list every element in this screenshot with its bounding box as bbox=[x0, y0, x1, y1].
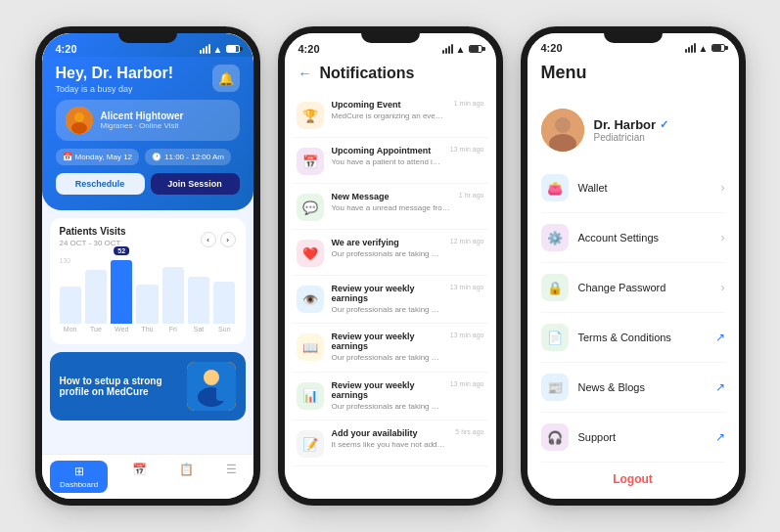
support-icon: 🎧 bbox=[541, 423, 569, 451]
password-arrow: › bbox=[721, 281, 725, 294]
phone-notifications: 4:20 ▲ ← Notifications � bbox=[278, 26, 503, 506]
notif-desc-6: Our professionals are taking a look at y… bbox=[332, 402, 442, 412]
notif-item-1[interactable]: 📅 Upcoming Appointment You have a patien… bbox=[293, 138, 488, 184]
chart-next-btn[interactable]: › bbox=[220, 232, 236, 247]
menu-nav-icon: ☰ bbox=[226, 463, 237, 476]
notif-item-3[interactable]: ❤️ We are verifying Our professionals ar… bbox=[293, 230, 488, 276]
notif-item-5[interactable]: 📖 Review your weekly earnings Our profes… bbox=[293, 324, 488, 372]
support-label: Support bbox=[578, 431, 706, 443]
notif-desc-0: MedCure is organizing an event for all m… bbox=[332, 111, 446, 121]
patient-detail: Migranes · Online Visit bbox=[101, 121, 184, 130]
notif-time-3: 12 min ago bbox=[450, 238, 484, 244]
chart-prev-btn[interactable]: ‹ bbox=[201, 232, 216, 247]
chart-area: Mon Tue 52 Wed Thu bbox=[60, 268, 236, 336]
chart-section: Patients Visits 24 OCT - 30 OCT ‹ › 130 … bbox=[50, 218, 246, 344]
chart-bar-mon: Mon bbox=[60, 287, 81, 332]
news-icon: 📰 bbox=[541, 374, 569, 401]
notif-icon-7: 📝 bbox=[297, 430, 324, 458]
notif-title-3: We are verifying bbox=[332, 238, 442, 247]
calendar-nav-icon: 📅 bbox=[132, 463, 147, 476]
notif-time-4: 13 min ago bbox=[450, 284, 484, 290]
notif-time-0: 1 min ago bbox=[454, 100, 484, 107]
status-icons-2: ▲ bbox=[442, 44, 482, 55]
status-icons-3: ▲ bbox=[685, 43, 725, 54]
patient-info: Alicent Hightower Migranes · Online Visi… bbox=[101, 111, 184, 130]
nav-item-menu[interactable]: ☰ bbox=[218, 461, 245, 493]
svg-point-1 bbox=[74, 112, 84, 122]
notif-desc-7: It seems like you have not added your av… bbox=[332, 440, 448, 450]
notif-icon-2: 💬 bbox=[297, 194, 324, 221]
notif-time-6: 13 min ago bbox=[450, 380, 484, 387]
action-buttons: Reschedule Join Session bbox=[56, 173, 240, 195]
notif-item-6[interactable]: 📊 Review your weekly earnings Our profes… bbox=[293, 373, 488, 421]
menu-item-change-password[interactable]: 🔒 Change Password › bbox=[541, 263, 725, 313]
verified-badge: ✓ bbox=[660, 118, 668, 131]
profile-info: Dr. Harbor ✓ Pediatrician bbox=[594, 117, 669, 143]
notif-desc-5: Our professionals are taking a look at y… bbox=[332, 353, 442, 363]
notif-icon-6: 📊 bbox=[297, 382, 324, 410]
back-button[interactable]: ← bbox=[298, 66, 312, 81]
notif-item-4[interactable]: 👁️ Review your weekly earnings Our profe… bbox=[293, 276, 488, 324]
terms-icon: 📄 bbox=[541, 324, 569, 351]
reschedule-button[interactable]: Reschedule bbox=[56, 173, 145, 195]
page-title-notifications: Notifications bbox=[320, 65, 415, 82]
profile-section: Dr. Harbor ✓ Pediatrician bbox=[528, 103, 739, 163]
terms-arrow: ↗ bbox=[715, 331, 725, 344]
notif-item-2[interactable]: 💬 New Message You have a unread message … bbox=[293, 184, 488, 230]
notif-content-1: Upcoming Appointment You have a patient … bbox=[332, 146, 442, 167]
status-time-2: 4:20 bbox=[298, 43, 320, 55]
blog-image bbox=[187, 362, 236, 411]
svg-point-8 bbox=[555, 117, 571, 133]
bell-icon[interactable]: 🔔 bbox=[212, 65, 240, 92]
menu-item-news[interactable]: 📰 News & Blogs ↗ bbox=[541, 363, 725, 413]
chart-bar-thu: Thu bbox=[136, 285, 158, 332]
patient-name: Alicent Hightower bbox=[101, 111, 184, 121]
blog-card[interactable]: How to setup a strong profile on MedCure bbox=[50, 352, 246, 421]
join-session-button[interactable]: Join Session bbox=[151, 173, 240, 195]
profile-name: Dr. Harbor ✓ bbox=[594, 117, 669, 132]
menu-item-account-settings[interactable]: ⚙️ Account Settings › bbox=[541, 213, 725, 263]
notif-item-0[interactable]: 🏆 Upcoming Event MedCure is organizing a… bbox=[293, 92, 488, 138]
notif-title-2: New Message bbox=[332, 192, 451, 201]
wallet-label: Wallet bbox=[578, 182, 711, 194]
news-arrow: ↗ bbox=[715, 380, 725, 394]
account-settings-label: Account Settings bbox=[578, 232, 711, 244]
support-arrow: ↗ bbox=[715, 430, 725, 444]
lock-icon: 🔒 bbox=[541, 274, 569, 301]
nav-item-dashboard[interactable]: ⊞ Dashboard bbox=[50, 461, 108, 493]
notif-content-5: Review your weekly earnings Our professi… bbox=[332, 332, 442, 363]
nav-item-schedule[interactable]: 📋 bbox=[171, 461, 202, 493]
footer-text: © 2022 MedCure · v2.1.6, All rights rese… bbox=[528, 496, 739, 499]
chart-bar-fri: Fri bbox=[162, 267, 184, 332]
change-password-label: Change Password bbox=[578, 282, 711, 293]
time-badge: 🕐 11:00 - 12:00 Am bbox=[145, 149, 231, 165]
news-label: News & Blogs bbox=[578, 381, 706, 393]
notif-time-1: 13 min ago bbox=[450, 146, 484, 153]
phone-dashboard: 4:20 ▲ Hey, Dr. Harbor! bbox=[35, 26, 260, 506]
chart-bar-sun: Sun bbox=[213, 282, 235, 332]
status-icons-1: ▲ bbox=[200, 44, 240, 55]
notif-icon-0: 🏆 bbox=[297, 102, 324, 129]
notif-icon-4: 👁️ bbox=[297, 286, 324, 313]
signal-icon bbox=[200, 44, 210, 54]
schedule-icon: 📋 bbox=[179, 463, 194, 476]
logout-button[interactable]: Logout bbox=[528, 463, 739, 496]
notif-content-3: We are verifying Our professionals are t… bbox=[332, 238, 442, 259]
menu-item-wallet[interactable]: 👛 Wallet › bbox=[541, 163, 725, 213]
svg-point-2 bbox=[71, 122, 87, 134]
notch-2 bbox=[361, 33, 420, 43]
dashboard-icon: ⊞ bbox=[74, 465, 84, 478]
blog-title: How to setup a strong profile on MedCure bbox=[60, 376, 179, 397]
notif-title-4: Review your weekly earnings bbox=[332, 284, 442, 303]
notif-desc-3: Our professionals are taking a look at y… bbox=[332, 249, 442, 259]
notif-item-7[interactable]: 📝 Add your availability It seems like yo… bbox=[293, 421, 488, 466]
subtext: Today is a busy day bbox=[56, 84, 174, 94]
menu-item-terms[interactable]: 📄 Terms & Conditions ↗ bbox=[541, 313, 725, 363]
nav-item-calendar[interactable]: 📅 bbox=[124, 461, 155, 493]
notif-title-6: Review your weekly earnings bbox=[332, 380, 442, 400]
menu-item-support[interactable]: 🎧 Support ↗ bbox=[541, 413, 725, 463]
notif-title-1: Upcoming Appointment bbox=[332, 146, 442, 155]
appointment-info: 📅 Monday, May 12 🕐 11:00 - 12:00 Am bbox=[56, 149, 240, 165]
notif-title-5: Review your weekly earnings bbox=[332, 332, 442, 351]
settings-icon: ⚙️ bbox=[541, 224, 569, 251]
